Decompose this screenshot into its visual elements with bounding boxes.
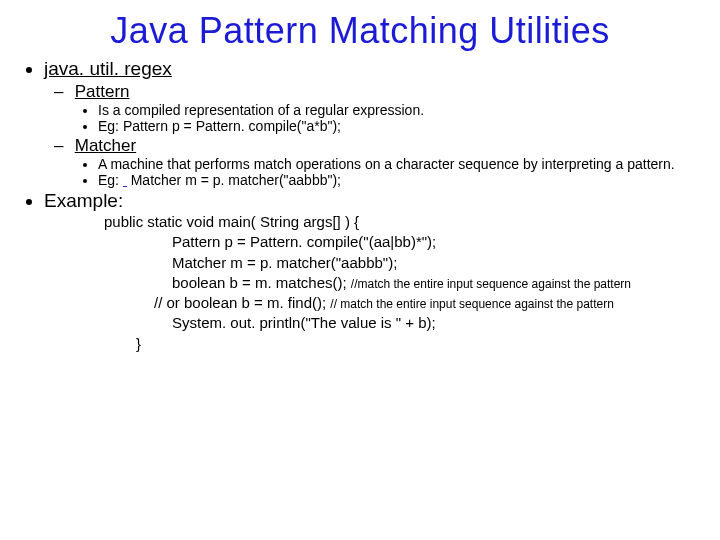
code-l5-comment: // match the entire input sequence again… <box>330 297 614 311</box>
code-line-6: System. out. println("The value is " + b… <box>104 313 710 333</box>
bullet-matcher: Matcher A machine that performs match op… <box>70 136 710 188</box>
code-line-3: Matcher m = p. matcher("aabbb"); <box>104 253 710 273</box>
pattern-name: Pattern <box>75 82 130 101</box>
code-block: public static void main( String args[] )… <box>104 212 710 354</box>
code-l5a: // or boolean b = m. find(); <box>154 294 330 311</box>
bullet-pattern: Pattern Is a compiled representation of … <box>70 82 710 134</box>
matcher-name: Matcher <box>75 136 136 155</box>
example-label: Example: <box>44 190 123 211</box>
code-l4-comment: //match the entire input sequence agains… <box>351 277 631 291</box>
bullet-list-lvl2-pkg: Pattern Is a compiled representation of … <box>44 82 710 188</box>
matcher-desc: A machine that performs match operations… <box>98 156 710 172</box>
matcher-eg: Eg: Matcher m = p. matcher("aabbb"); <box>98 172 710 188</box>
code-line-1: public static void main( String args[] )… <box>104 212 710 232</box>
bullet-example: Example: public static void main( String… <box>44 190 710 354</box>
bullet-list-lvl1: java. util. regex Pattern Is a compiled … <box>10 58 710 354</box>
pkg-name: java. util. regex <box>44 58 172 79</box>
pattern-eg: Eg: Pattern p = Pattern. compile("a*b"); <box>98 118 710 134</box>
code-line-2: Pattern p = Pattern. compile("(aa|bb)*")… <box>104 232 710 252</box>
code-l4a: boolean b = m. matches(); <box>172 274 351 291</box>
code-line-7: } <box>104 334 710 354</box>
code-line-5: // or boolean b = m. find(); // match th… <box>104 293 710 313</box>
page-title: Java Pattern Matching Utilities <box>10 10 710 52</box>
bullet-list-lvl3-pattern: Is a compiled representation of a regula… <box>70 102 710 134</box>
bullet-pkg: java. util. regex Pattern Is a compiled … <box>44 58 710 188</box>
bullet-list-lvl3-matcher: A machine that performs match operations… <box>70 156 710 188</box>
slide: Java Pattern Matching Utilities java. ut… <box>0 0 720 540</box>
matcher-eg-prefix: Eg: <box>98 172 123 188</box>
code-line-4: boolean b = m. matches(); //match the en… <box>104 273 710 293</box>
pattern-desc: Is a compiled representation of a regula… <box>98 102 710 118</box>
matcher-eg-rest: Matcher m = p. matcher("aabbb"); <box>131 172 341 188</box>
link-placeholder-icon <box>123 172 127 188</box>
